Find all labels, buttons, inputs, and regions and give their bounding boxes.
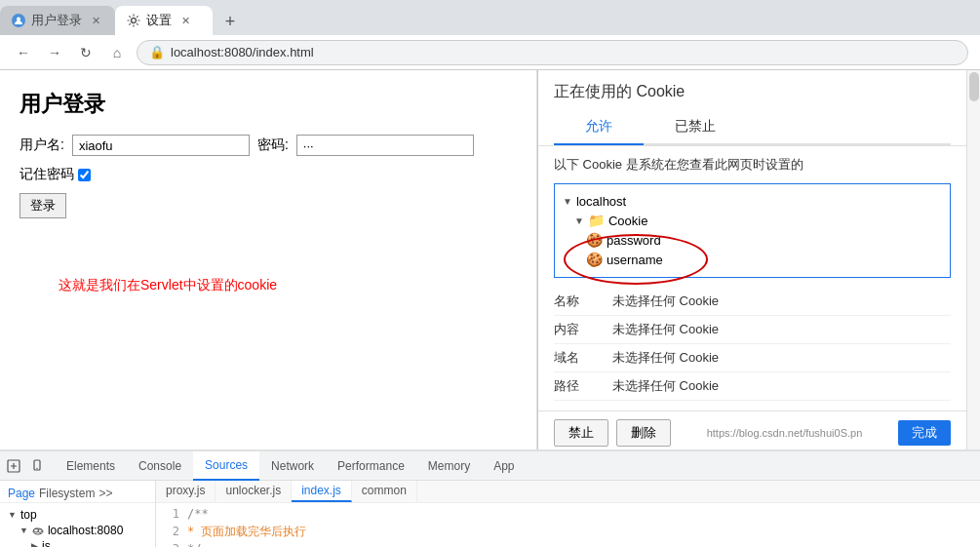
cookie-description: 以下 Cookie 是系统在您查看此网页时设置的 bbox=[554, 156, 951, 174]
remember-row: 记住密码 bbox=[20, 166, 517, 183]
back-button[interactable]: ← bbox=[12, 41, 35, 64]
cookie-tabs: 允许 已禁止 bbox=[554, 110, 951, 145]
detail-row-content: 内容 未选择任何 Cookie bbox=[554, 316, 951, 344]
code-text-2: * 页面加载完华后执行 bbox=[187, 523, 306, 540]
sidebar-tab-filesystem[interactable]: Filesystem bbox=[39, 487, 95, 500]
browser-chrome: 用户登录 ✕ 设置 ✕ + ← → ↻ ⌂ 🔒 localhost:8080/i… bbox=[0, 0, 980, 70]
tab-user-login[interactable]: 用户登录 ✕ bbox=[0, 6, 115, 35]
tree-node-cookie-folder[interactable]: ▼ 📁 Cookie bbox=[563, 211, 942, 230]
tab-settings[interactable]: 设置 ✕ bbox=[115, 6, 213, 35]
file-tab-proxy[interactable]: proxy.js bbox=[156, 481, 216, 502]
tree-top-label: top bbox=[20, 508, 37, 522]
webpage-area: 用户登录 用户名: 密码: 记住密码 登录 这就是我们在Servlet中设置的c… bbox=[0, 70, 537, 449]
devtools-panel: Elements Console Sources Network Perform… bbox=[0, 449, 980, 547]
file-tab-common[interactable]: common bbox=[352, 481, 417, 502]
forward-button[interactable]: → bbox=[43, 41, 66, 64]
cookie-icon-password: 🍪 bbox=[586, 232, 603, 248]
devtools-icons bbox=[4, 456, 47, 476]
cookie-panel-footer: 禁止 删除 https://blog.csdn.net/fushui0S.pn … bbox=[538, 410, 966, 454]
username-label: 用户名: bbox=[20, 137, 64, 154]
devtools-tab-sources[interactable]: Sources bbox=[193, 451, 259, 481]
code-line-1: 1 /** bbox=[164, 505, 972, 523]
devtools-tab-elements[interactable]: Elements bbox=[55, 451, 127, 481]
cookie-panel-body: 以下 Cookie 是系统在您查看此网页时设置的 ▼ localhost ▼ 📁… bbox=[538, 146, 966, 410]
sidebar-tree-localhost[interactable]: ▼ localhost:8080 bbox=[8, 523, 147, 538]
main-content: 用户登录 用户名: 密码: 记住密码 登录 这就是我们在Servlet中设置的c… bbox=[0, 70, 980, 449]
detail-value-domain: 未选择任何 Cookie bbox=[612, 349, 951, 367]
settings-favicon bbox=[127, 14, 140, 27]
file-tab-unlocker[interactable]: unlocker.js bbox=[216, 481, 292, 502]
devtools-tab-console[interactable]: Console bbox=[127, 451, 193, 481]
code-text-1: /** bbox=[187, 505, 209, 523]
cookie-tab-allow[interactable]: 允许 bbox=[554, 110, 644, 145]
cookie-note: 这就是我们在Servlet中设置的cookie bbox=[59, 277, 517, 294]
svg-point-0 bbox=[17, 18, 20, 21]
page-title: 用户登录 bbox=[20, 90, 517, 119]
tree-js-label: js bbox=[42, 539, 51, 547]
file-tab-index[interactable]: index.js bbox=[292, 481, 352, 502]
arrow-icon: ▼ bbox=[563, 196, 572, 207]
svg-point-1 bbox=[132, 19, 137, 23]
devtools-tab-network[interactable]: Network bbox=[259, 451, 326, 481]
devtools-body: Page Filesystem >> ▼ top ▼ localhost:808… bbox=[0, 481, 980, 547]
tree-localhost-label: localhost:8080 bbox=[48, 524, 123, 537]
footer-buttons-left: 禁止 删除 bbox=[554, 419, 671, 447]
url-text: localhost:8080/index.html bbox=[171, 45, 314, 59]
delete-button[interactable]: 删除 bbox=[616, 419, 671, 447]
detail-label-domain: 域名 bbox=[554, 349, 612, 367]
cookie-panel-title: 正在使用的 Cookie bbox=[554, 82, 951, 102]
username-input[interactable] bbox=[72, 135, 250, 156]
folder-arrow-icon: ▼ bbox=[574, 215, 584, 226]
cookie-username-label: username bbox=[607, 253, 663, 267]
url-bar[interactable]: 🔒 localhost:8080/index.html bbox=[137, 40, 968, 65]
home-button[interactable]: ⌂ bbox=[105, 41, 129, 64]
cookie-tab-blocked[interactable]: 已禁止 bbox=[644, 110, 747, 143]
password-input[interactable] bbox=[296, 135, 474, 156]
tree-arrow-js: ▶ bbox=[31, 541, 38, 547]
reload-button[interactable]: ↻ bbox=[74, 41, 98, 64]
cookie-details: 名称 未选择任何 Cookie 内容 未选择任何 Cookie 域名 未选择任何… bbox=[554, 288, 951, 401]
devtools-tab-memory[interactable]: Memory bbox=[416, 451, 482, 481]
detail-row-name: 名称 未选择任何 Cookie bbox=[554, 288, 951, 316]
sidebar-tree: ▼ top ▼ localhost:8080 ▶ js bbox=[0, 503, 155, 547]
devtools-inspect-icon[interactable] bbox=[4, 456, 23, 476]
tree-node-username[interactable]: 🍪 username bbox=[563, 250, 942, 269]
done-button[interactable]: 完成 bbox=[898, 420, 951, 446]
devtools-tab-app[interactable]: App bbox=[482, 451, 526, 481]
block-button[interactable]: 禁止 bbox=[554, 419, 608, 447]
tab-user-login-close[interactable]: ✕ bbox=[88, 13, 103, 28]
tree-arrow-localhost: ▼ bbox=[20, 526, 28, 535]
sidebar-tree-js[interactable]: ▶ js bbox=[8, 538, 147, 547]
user-favicon bbox=[12, 14, 25, 27]
sidebar-tab-more[interactable]: >> bbox=[98, 487, 112, 500]
new-tab-button[interactable]: + bbox=[216, 8, 244, 35]
sidebar-tree-top[interactable]: ▼ top bbox=[8, 507, 147, 523]
scrollbar[interactable] bbox=[966, 70, 980, 449]
scrollbar-thumb[interactable] bbox=[969, 72, 979, 101]
footer-url: https://blog.csdn.net/fushui0S.pn bbox=[707, 427, 863, 439]
svg-point-4 bbox=[36, 467, 37, 468]
line-num-3: 3 bbox=[164, 540, 179, 547]
detail-value-name: 未选择任何 Cookie bbox=[612, 293, 951, 310]
code-text-3: */ bbox=[187, 540, 201, 547]
tree-arrow-top: ▼ bbox=[8, 510, 17, 520]
devtools-main: proxy.js unlocker.js index.js common 1 /… bbox=[156, 481, 980, 547]
cookie-panel: 正在使用的 Cookie 允许 已禁止 以下 Cookie 是系统在您查看此网页… bbox=[537, 70, 966, 449]
code-line-2: 2 * 页面加载完华后执行 bbox=[164, 523, 972, 540]
cookie-tree: ▼ localhost ▼ 📁 Cookie 🍪 password 🍪 bbox=[554, 183, 951, 278]
tree-node-password[interactable]: 🍪 password bbox=[563, 230, 942, 250]
tab-settings-label: 设置 bbox=[146, 12, 172, 29]
detail-value-content: 未选择任何 Cookie bbox=[612, 321, 951, 338]
localhost-label: localhost bbox=[576, 194, 626, 209]
login-button[interactable]: 登录 bbox=[20, 193, 66, 218]
detail-row-domain: 域名 未选择任何 Cookie bbox=[554, 344, 951, 372]
devtools-mobile-icon[interactable] bbox=[27, 456, 47, 476]
cookie-folder-label: Cookie bbox=[608, 214, 647, 228]
tree-node-localhost[interactable]: ▼ localhost bbox=[563, 192, 942, 211]
remember-label: 记住密码 bbox=[20, 166, 74, 183]
remember-checkbox[interactable] bbox=[78, 169, 91, 181]
tab-bar: 用户登录 ✕ 设置 ✕ + bbox=[0, 0, 980, 35]
sidebar-tab-page[interactable]: Page bbox=[8, 487, 35, 500]
devtools-tab-performance[interactable]: Performance bbox=[326, 451, 416, 481]
tab-settings-close[interactable]: ✕ bbox=[177, 13, 193, 28]
